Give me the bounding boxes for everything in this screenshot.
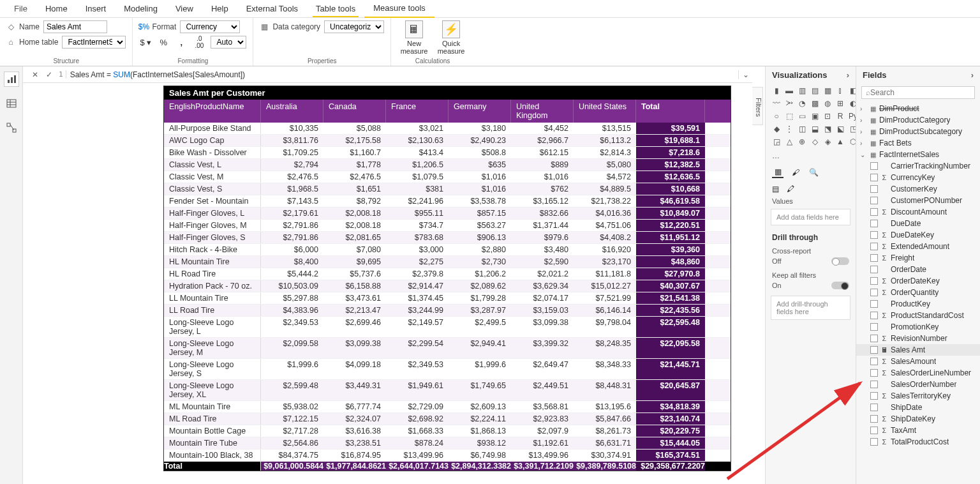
viz-type-icon[interactable]: ◲ <box>771 136 782 147</box>
formula-cancel-button[interactable]: ✕ <box>28 68 42 81</box>
matrix-row[interactable]: Long-Sleeve Logo Jersey, S$1,999.6$4,099… <box>164 359 731 380</box>
thousands-button[interactable]: , <box>175 36 188 49</box>
field-checkbox[interactable] <box>870 438 878 446</box>
matrix-row[interactable]: Half-Finger Gloves, L$2,179.61$2,008.18$… <box>164 208 731 220</box>
fields-item[interactable]: ΣDueDateKey <box>856 229 980 241</box>
viz-collapse-button[interactable]: › <box>847 70 849 80</box>
fields-item[interactable]: ProductKey <box>856 298 980 310</box>
field-checkbox[interactable] <box>870 266 878 273</box>
ribbon-tab-external[interactable]: External Tools <box>237 0 307 17</box>
matrix-row[interactable]: Bike Wash - Dissolver$1,709.25$1,160.7$4… <box>164 147 731 159</box>
viz-type-icon[interactable]: ▬ <box>783 85 795 96</box>
field-checkbox[interactable] <box>870 185 878 193</box>
field-checkbox[interactable] <box>870 254 878 262</box>
viz-type-icon[interactable]: ▩ <box>809 98 820 109</box>
fields-item[interactable]: CustomerPONumber <box>856 195 980 206</box>
viz-type-icon[interactable]: ▤ <box>809 85 820 96</box>
percent-button[interactable]: % <box>157 36 170 49</box>
fields-item[interactable]: CustomerKey <box>856 183 980 195</box>
viz-type-icon[interactable]: ⭃ <box>783 98 795 109</box>
matrix-col-header-total[interactable]: Total <box>636 100 705 123</box>
fields-item[interactable]: DueDate <box>856 218 980 229</box>
fields-item[interactable]: CarrierTrackingNumber <box>856 160 980 172</box>
fields-item[interactable]: ΣOrderQuantity <box>856 287 980 298</box>
fields-search-input[interactable] <box>870 88 970 97</box>
keep-filters-toggle[interactable] <box>831 282 849 289</box>
ribbon-tab-modeling[interactable]: Modeling <box>115 0 167 17</box>
fields-table[interactable]: ⌄▦FactInternetSales <box>856 149 980 160</box>
fields-item[interactable]: ΣTaxAmt <box>856 425 980 436</box>
drillthrough-well[interactable]: Add drill-through fields here <box>771 296 850 320</box>
viz-fields-tab[interactable]: ▦ <box>772 167 783 178</box>
fields-item[interactable]: 🖩Sales Amt <box>856 344 980 356</box>
formula-expand-button[interactable]: ⌄ <box>738 70 752 79</box>
matrix-row[interactable]: Classic Vest, S$1,968.5$1,651$381$1,016$… <box>164 183 731 195</box>
ribbon-tab-table-tools[interactable]: Table tools <box>307 0 364 17</box>
matrix-row[interactable]: Half-Finger Gloves, M$2,791.86$2,008.18$… <box>164 220 731 232</box>
matrix-row[interactable]: Long-Sleeve Logo Jersey, M$2,099.58$3,09… <box>164 338 731 359</box>
field-checkbox[interactable] <box>870 358 878 365</box>
viz-type-icon[interactable]: ⋮ <box>783 123 795 135</box>
ribbon-tab-file[interactable]: File <box>5 0 36 17</box>
matrix-row[interactable]: Long-Sleeve Logo Jersey, L$2,349.53$2,69… <box>164 317 731 338</box>
matrix-row[interactable]: Long-Sleeve Logo Jersey, XL$2,599.48$3,4… <box>164 380 731 401</box>
quick-measure-button[interactable]: ⚡ Quick measure <box>434 20 468 55</box>
currency-button[interactable]: $ ▾ <box>139 36 152 49</box>
matrix-row[interactable]: Classic Vest, M$2,476.5$2,476.5$1,079.5$… <box>164 171 731 183</box>
matrix-row[interactable]: Classic Vest, L$2,794$1,778$1,206.5$635$… <box>164 159 731 171</box>
fields-item[interactable]: ΣShipDateKey <box>856 413 980 425</box>
fields-item[interactable]: ShipDate <box>856 402 980 413</box>
decimal-btn[interactable]: .0.00 <box>193 36 205 49</box>
data-view-button[interactable] <box>4 96 19 111</box>
filters-pane-collapsed[interactable]: Filters <box>750 87 763 125</box>
field-checkbox[interactable] <box>870 335 878 342</box>
viz-type-icon[interactable]: ▭ <box>796 110 808 122</box>
viz-type-icon[interactable]: △ <box>783 136 795 147</box>
viz-type-icon[interactable]: 〰 <box>771 98 782 109</box>
fields-item[interactable]: ΣTotalProductCost <box>856 436 980 448</box>
field-checkbox[interactable] <box>870 197 878 204</box>
field-checkbox[interactable] <box>870 208 878 216</box>
fields-item[interactable]: ΣSalesTerritoryKey <box>856 390 980 402</box>
matrix-row[interactable]: Mountain Bottle Cage$2,717.28$3,616.38$1… <box>164 425 731 437</box>
field-checkbox[interactable] <box>870 243 878 250</box>
viz-type-icon[interactable]: ▲ <box>835 136 846 147</box>
matrix-row[interactable]: AWC Logo Cap$3,811.76$2,175.58$2,130.63$… <box>164 135 731 147</box>
cross-report-toggle[interactable] <box>831 257 849 265</box>
field-checkbox[interactable] <box>870 289 878 296</box>
matrix-visual[interactable]: Sales Amt per Customer EnglishProductNam… <box>163 86 731 471</box>
viz-type-icon[interactable]: ◇ <box>809 136 820 147</box>
fields-collapse-button[interactable]: › <box>971 70 974 80</box>
viz-type-icon[interactable]: ⬓ <box>809 123 820 135</box>
field-checkbox[interactable] <box>870 404 878 411</box>
viz-type-icon[interactable]: ◆ <box>771 123 782 135</box>
field-checkbox[interactable] <box>870 277 878 285</box>
viz-type-icon[interactable]: ⬔ <box>822 123 833 135</box>
fields-item[interactable]: SalesOrderNumber <box>856 379 980 390</box>
model-view-button[interactable] <box>4 120 19 135</box>
fields-table[interactable]: ›▦DimProductCategory <box>856 114 980 126</box>
viz-analytics-tab[interactable]: 🔍 <box>808 167 819 178</box>
formula-commit-button[interactable]: ✓ <box>42 68 56 81</box>
fields-item[interactable]: ΣFreight <box>856 252 980 264</box>
matrix-row[interactable]: Mountain-100 Black, 38$84,374.75$16,874.… <box>164 450 731 462</box>
matrix-col-header[interactable]: Canada <box>323 100 386 123</box>
viz-type-icon[interactable]: ▣ <box>809 110 820 122</box>
fields-item[interactable]: PromotionKey <box>856 321 980 333</box>
matrix-row[interactable]: LL Mountain Tire$5,297.88$3,473.61$1,374… <box>164 292 731 305</box>
decimals-select[interactable]: Auto <box>211 36 246 49</box>
measure-name-input[interactable] <box>43 20 107 33</box>
matrix-row[interactable]: LL Road Tire$4,383.96$2,213.47$3,244.99$… <box>164 305 731 317</box>
viz-type-icon[interactable]: ◫ <box>796 123 808 135</box>
field-checkbox[interactable] <box>870 312 878 319</box>
matrix-row[interactable]: ML Mountain Tire$5,938.02$6,777.74$2,729… <box>164 401 731 413</box>
viz-type-icon[interactable]: ◔ <box>796 98 808 109</box>
viz-type-icon[interactable]: R <box>835 110 846 122</box>
field-checkbox[interactable] <box>870 381 878 388</box>
matrix-row[interactable]: HL Mountain Tire$8,400$9,695$2,275$2,730… <box>164 256 731 268</box>
viz-type-icon[interactable]: ○ <box>771 110 782 122</box>
ribbon-tab-view[interactable]: View <box>167 0 202 17</box>
matrix-col-header[interactable]: Australia <box>261 100 323 123</box>
matrix-col-header[interactable]: France <box>386 100 449 123</box>
field-checkbox[interactable] <box>870 323 878 331</box>
